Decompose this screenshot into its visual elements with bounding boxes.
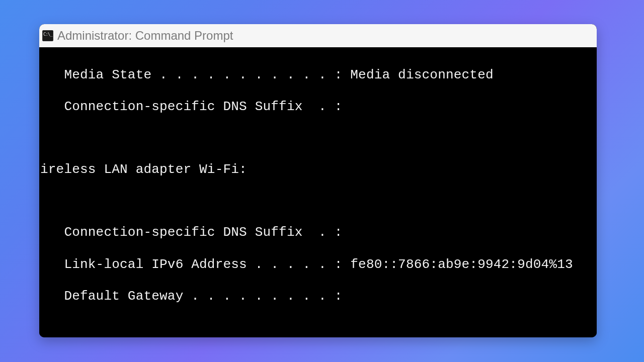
cmd-icon (42, 30, 53, 41)
output-blank (39, 131, 597, 146)
output-section-header: ireless LAN adapter Wi-Fi: (39, 162, 597, 178)
output-line: Default Gateway . . . . . . . . . : (39, 289, 597, 305)
terminal-output[interactable]: Media State . . . . . . . . . . . : Medi… (39, 47, 597, 337)
output-line: Connection-specific DNS Suffix . : (39, 225, 597, 241)
command-prompt-window: Administrator: Command Prompt Media Stat… (39, 24, 597, 337)
output-blank (39, 321, 597, 336)
desktop-background: Administrator: Command Prompt Media Stat… (0, 0, 644, 362)
output-line: Media State . . . . . . . . . . . : Medi… (39, 67, 597, 83)
output-blank (39, 194, 597, 209)
output-line: Link-local IPv6 Address . . . . . : fe80… (39, 257, 597, 273)
window-title: Administrator: Command Prompt (57, 29, 233, 43)
window-titlebar[interactable]: Administrator: Command Prompt (39, 24, 597, 47)
output-line: Connection-specific DNS Suffix . : (39, 99, 597, 115)
